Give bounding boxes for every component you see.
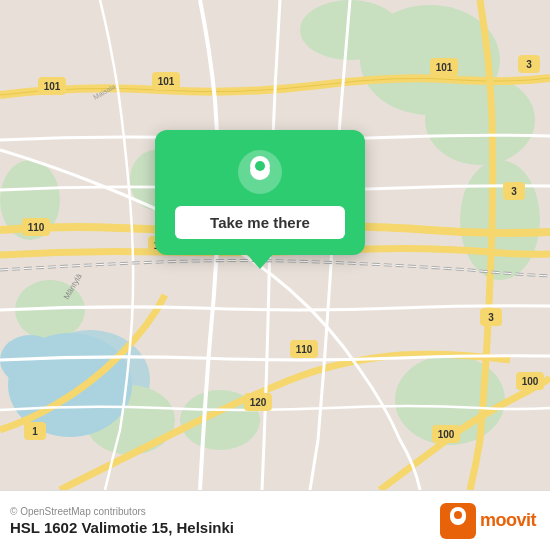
- svg-point-49: [454, 511, 462, 519]
- moovit-icon: [440, 503, 476, 539]
- map-view: 101 101 101 110 110 110 120 100 100 3 3: [0, 0, 550, 490]
- svg-text:110: 110: [28, 222, 45, 233]
- svg-text:101: 101: [158, 76, 175, 87]
- svg-text:3: 3: [488, 312, 494, 323]
- moovit-logo: moovit: [440, 503, 536, 539]
- svg-text:1: 1: [32, 426, 38, 437]
- svg-text:3: 3: [526, 59, 532, 70]
- svg-point-2: [425, 75, 535, 165]
- svg-text:100: 100: [438, 429, 455, 440]
- moovit-text: moovit: [480, 510, 536, 531]
- svg-text:110: 110: [296, 344, 313, 355]
- location-info: © OpenStreetMap contributors HSL 1602 Va…: [10, 506, 234, 536]
- svg-point-3: [460, 160, 540, 280]
- svg-text:120: 120: [250, 397, 267, 408]
- location-popup: Take me there: [155, 130, 365, 255]
- bottom-bar: © OpenStreetMap contributors HSL 1602 Va…: [0, 490, 550, 550]
- location-pin-icon: [236, 148, 284, 196]
- osm-credit: © OpenStreetMap contributors: [10, 506, 234, 517]
- svg-text:101: 101: [44, 81, 61, 92]
- location-label: HSL 1602 Valimotie 15, Helsinki: [10, 519, 234, 536]
- svg-text:3: 3: [511, 186, 517, 197]
- svg-text:101: 101: [436, 62, 453, 73]
- take-me-there-button[interactable]: Take me there: [175, 206, 345, 239]
- svg-text:100: 100: [522, 376, 539, 387]
- svg-point-45: [255, 161, 265, 171]
